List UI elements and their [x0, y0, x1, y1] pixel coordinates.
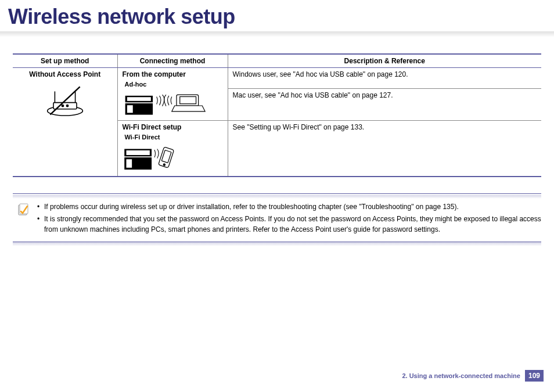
method-from-computer: From the computer	[123, 70, 223, 78]
note-item-2: It is strongly recommended that you set …	[37, 214, 541, 235]
footer-chapter: 2. Using a network-connected machine	[402, 372, 520, 379]
desc-wifidirect: See "Setting up Wi-Fi Direct" on page 13…	[228, 121, 541, 177]
svg-point-18	[163, 164, 165, 166]
th-description: Description & Reference	[228, 54, 541, 68]
note-item-1: If problems occur during wireless set up…	[37, 202, 541, 212]
page-title: Wireless network setup	[0, 0, 554, 31]
svg-point-5	[66, 105, 68, 107]
desc-windows: Windows user, see "Ad hoc via USB cable"…	[228, 68, 541, 89]
wifi-direct-icon	[123, 143, 184, 172]
setup-method-label: Without Access Point	[17, 70, 113, 78]
adhoc-icon	[123, 90, 210, 116]
svg-rect-9	[127, 97, 150, 101]
desc-mac: Mac user, see "Ad hoc via USB cable" on …	[228, 89, 541, 121]
note-block: If problems occur during wireless set up…	[13, 193, 541, 246]
note-icon	[17, 203, 33, 237]
th-setup-method: Set up method	[13, 54, 117, 68]
wifidirect-label: Wi-Fi Direct	[125, 134, 223, 141]
method-wifi-direct: Wi-Fi Direct setup	[123, 123, 223, 131]
svg-rect-15	[126, 159, 132, 168]
title-underline	[0, 31, 554, 37]
network-table: Set up method Connecting method Descript…	[13, 53, 541, 177]
svg-rect-11	[179, 96, 196, 103]
svg-rect-14	[126, 150, 149, 155]
no-access-point-icon	[42, 83, 88, 118]
svg-point-4	[62, 105, 63, 107]
th-connecting-method: Connecting method	[117, 54, 228, 68]
adhoc-label: Ad-hoc	[125, 81, 223, 88]
footer: 2. Using a network-connected machine 109	[402, 370, 544, 382]
page-number: 109	[525, 370, 544, 382]
svg-rect-10	[127, 105, 132, 113]
